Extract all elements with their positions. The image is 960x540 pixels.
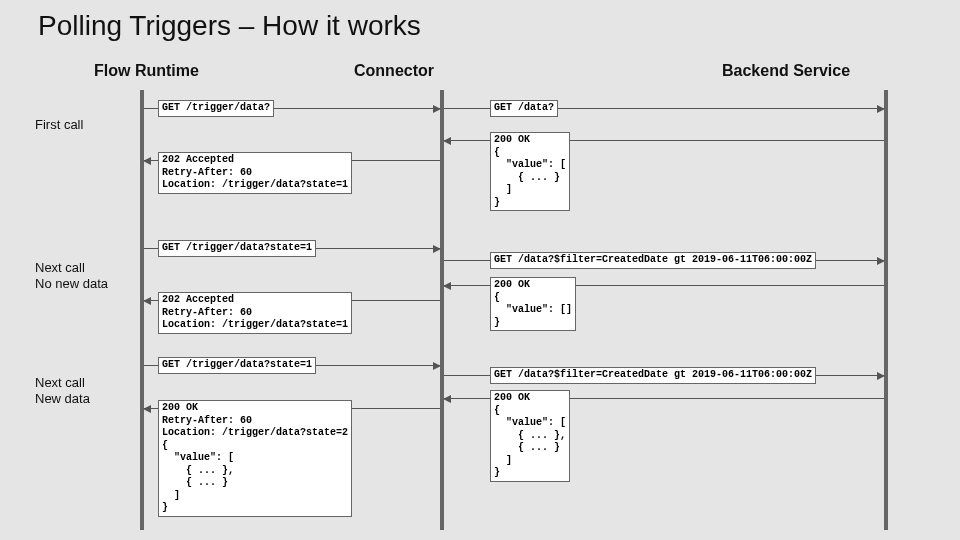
- msg-b3: 200 OK { "value": [] }: [490, 277, 576, 331]
- page-title: Polling Triggers – How it works: [38, 10, 421, 42]
- msg-a1: GET /trigger/data?: [158, 100, 274, 117]
- msg-c2: GET /data?$filter=CreatedDate gt 2019-06…: [490, 367, 816, 384]
- msg-b1: GET /trigger/data?state=1: [158, 240, 316, 257]
- row-no-new-data: Next call No new data: [35, 260, 108, 291]
- lane-flow-runtime: Flow Runtime: [94, 62, 199, 80]
- msg-c1: GET /trigger/data?state=1: [158, 357, 316, 374]
- lifeline-backend: [884, 90, 888, 530]
- lane-connector: Connector: [354, 62, 434, 80]
- lifeline-connector: [440, 90, 444, 530]
- msg-a4: 202 Accepted Retry-After: 60 Location: /…: [158, 152, 352, 194]
- msg-c4: 200 OK Retry-After: 60 Location: /trigge…: [158, 400, 352, 517]
- row-new-data: Next call New data: [35, 375, 90, 406]
- msg-a3: 200 OK { "value": [ { ... } ] }: [490, 132, 570, 211]
- row-first-call: First call: [35, 117, 83, 133]
- lane-backend-service: Backend Service: [722, 62, 850, 80]
- msg-a2: GET /data?: [490, 100, 558, 117]
- msg-b4: 202 Accepted Retry-After: 60 Location: /…: [158, 292, 352, 334]
- msg-c3: 200 OK { "value": [ { ... }, { ... } ] }: [490, 390, 570, 482]
- msg-b2: GET /data?$filter=CreatedDate gt 2019-06…: [490, 252, 816, 269]
